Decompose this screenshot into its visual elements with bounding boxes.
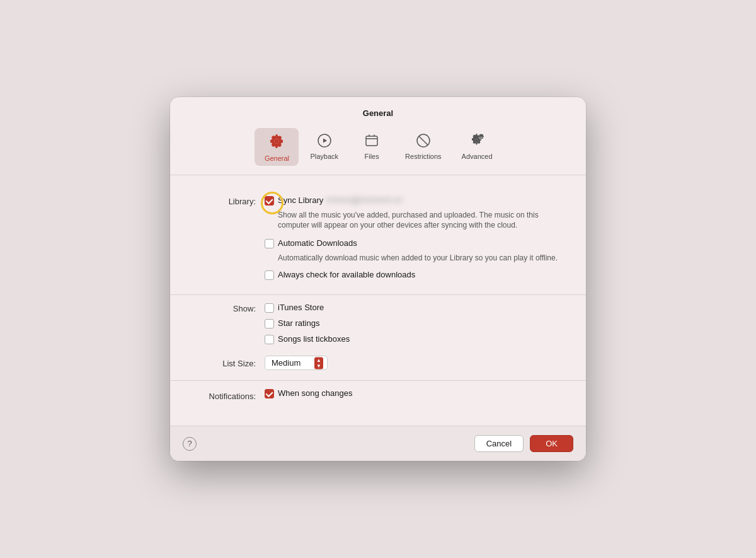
notifications-row: Notifications: When song changes <box>189 388 567 403</box>
tab-general[interactable]: General <box>255 128 299 166</box>
list-size-label: List Size: <box>189 357 265 368</box>
show-label: Show: <box>189 303 265 313</box>
ok-button[interactable]: OK <box>530 435 573 452</box>
svg-line-3 <box>419 136 428 145</box>
sync-library-row: Sync Library •••••••••@•••••••••••.••• <box>265 195 567 206</box>
auto-downloads-checkbox[interactable] <box>265 239 274 248</box>
dialog-footer: ? Cancel OK <box>170 426 586 461</box>
sync-library-email: •••••••••@•••••••••••.••• <box>326 195 403 205</box>
itunes-store-checkbox-wrap <box>265 303 274 313</box>
always-check-checkbox[interactable] <box>265 270 274 280</box>
cancel-button[interactable]: Cancel <box>474 435 524 452</box>
sync-library-label[interactable]: Sync Library <box>278 195 323 206</box>
star-ratings-row: Star ratings <box>265 318 567 329</box>
when-song-changes-checkbox-wrap <box>265 388 274 398</box>
tab-files[interactable]: Files <box>350 128 394 166</box>
tab-restrictions[interactable]: Restrictions <box>396 128 450 166</box>
dialog-title: General <box>170 97 586 124</box>
auto-downloads-row: Automatic Downloads <box>265 238 567 249</box>
list-size-row: List Size: Small Medium Large ▲ ▼ <box>189 356 567 370</box>
sync-library-checkbox[interactable] <box>265 196 274 206</box>
footer-buttons: Cancel OK <box>474 435 573 452</box>
notifications-label: Notifications: <box>189 390 265 401</box>
songs-tickboxes-checkbox-wrap <box>265 334 274 344</box>
notifications-section: Notifications: When song changes <box>170 381 586 413</box>
list-size-content: Small Medium Large ▲ ▼ <box>265 356 567 370</box>
songs-tickboxes-label[interactable]: Songs list tickboxes <box>278 334 350 345</box>
star-ratings-checkbox[interactable] <box>265 319 274 328</box>
list-size-select[interactable]: Small Medium Large <box>265 356 328 370</box>
tab-restrictions-label: Restrictions <box>405 153 441 160</box>
auto-downloads-description: Automatically download music when added … <box>278 253 567 264</box>
tab-files-label: Files <box>364 153 379 160</box>
always-check-checkbox-wrap <box>265 270 274 280</box>
files-icon <box>364 133 379 150</box>
star-ratings-checkbox-wrap <box>265 318 274 328</box>
gear-icon <box>268 133 285 152</box>
when-song-changes-label[interactable]: When song changes <box>278 388 353 399</box>
when-song-changes-row: When song changes <box>265 388 567 399</box>
songs-tickboxes-checkbox[interactable] <box>265 335 274 344</box>
tab-advanced[interactable]: Advanced <box>453 128 501 166</box>
library-content: Sync Library •••••••••@•••••••••••.••• S… <box>265 195 567 284</box>
when-song-changes-checkbox[interactable] <box>265 389 274 398</box>
star-ratings-label[interactable]: Star ratings <box>278 318 319 329</box>
sync-library-checkbox-wrap <box>265 195 274 206</box>
dialog-window: General General Playback <box>170 97 586 462</box>
itunes-store-row: iTunes Store <box>265 303 567 313</box>
itunes-store-checkbox[interactable] <box>265 303 274 313</box>
restrict-icon <box>416 133 431 150</box>
show-section: Show: iTunes Store Star ratings <box>170 295 586 381</box>
auto-downloads-checkbox-wrap <box>265 238 274 248</box>
library-label: Library: <box>189 195 265 206</box>
advanced-gear-icon <box>469 133 485 150</box>
tab-playback-label: Playback <box>310 153 338 160</box>
always-check-row: Always check for available downloads <box>265 270 567 281</box>
play-icon <box>317 133 332 150</box>
songs-tickboxes-row: Songs list tickboxes <box>265 334 567 345</box>
list-size-select-wrap: Small Medium Large ▲ ▼ <box>265 356 328 370</box>
auto-downloads-label[interactable]: Automatic Downloads <box>278 238 357 249</box>
tab-general-label: General <box>265 154 289 162</box>
dialog-content: Library: Sync Library •••••••••@••••••••… <box>170 175 586 426</box>
library-section: Library: Sync Library •••••••••@••••••••… <box>170 188 586 295</box>
library-row: Library: Sync Library •••••••••@••••••••… <box>189 195 567 284</box>
itunes-store-label[interactable]: iTunes Store <box>278 303 324 313</box>
svg-rect-1 <box>366 136 377 146</box>
notifications-content: When song changes <box>265 388 567 403</box>
show-content: iTunes Store Star ratings Songs list tic… <box>265 303 567 349</box>
help-button[interactable]: ? <box>183 437 197 451</box>
always-check-label[interactable]: Always check for available downloads <box>278 270 415 281</box>
tab-playback[interactable]: Playback <box>301 128 347 166</box>
toolbar: General Playback Files <box>170 124 586 175</box>
show-row: Show: iTunes Store Star ratings <box>189 303 567 349</box>
sync-library-description: Show all the music you've added, purchas… <box>278 210 567 231</box>
tab-advanced-label: Advanced <box>462 153 493 160</box>
